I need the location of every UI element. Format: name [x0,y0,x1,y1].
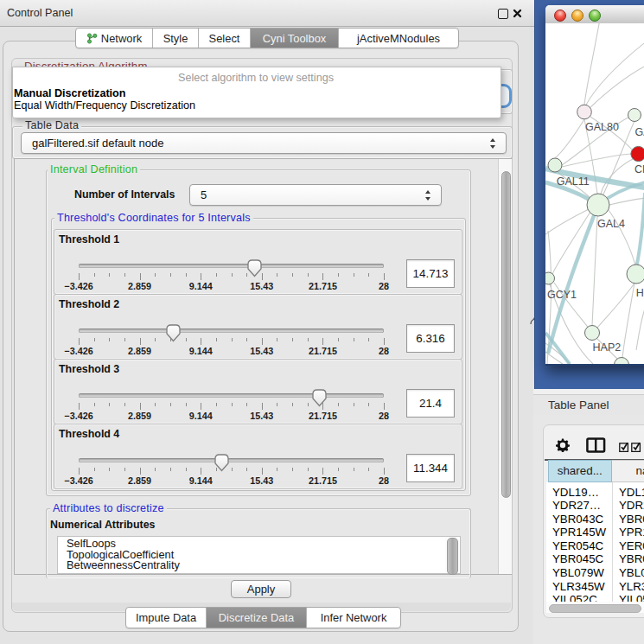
svg-text:GAL11: GAL11 [556,175,589,188]
svg-text:GCY1: GCY1 [547,289,577,301]
svg-text:HIS4: HIS4 [635,287,644,299]
svg-text:GAL80: GAL80 [585,121,619,133]
svg-text:CRZ1: CRZ1 [634,163,644,175]
svg-text:HAP2: HAP2 [592,341,621,354]
svg-text:GAL4: GAL4 [597,218,625,230]
svg-text:GAL3: GAL3 [634,126,644,138]
